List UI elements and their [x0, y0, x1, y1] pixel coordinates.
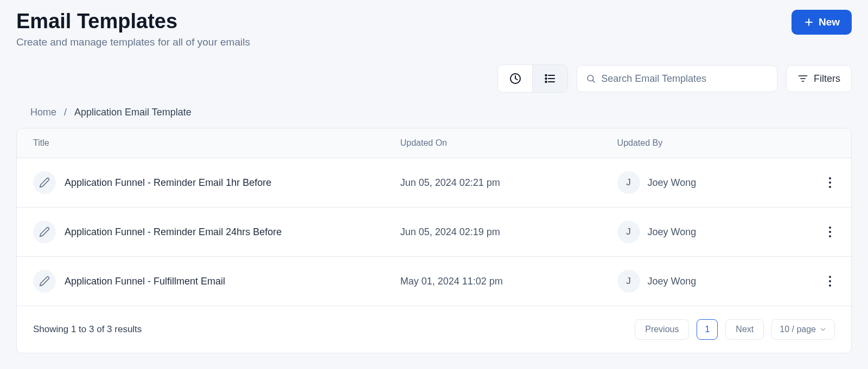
template-title: Application Funnel - Reminder Email 24hr… [65, 226, 282, 238]
template-title: Application Funnel - Fulfillment Email [65, 276, 225, 287]
pencil-icon [33, 221, 56, 243]
svg-point-15 [829, 182, 831, 184]
svg-point-18 [829, 231, 831, 233]
page-title: Email Templates [16, 10, 250, 33]
svg-point-14 [829, 177, 831, 179]
table-row[interactable]: Application Funnel - Fulfillment EmailMa… [17, 257, 851, 306]
toolbar: Filters [16, 64, 852, 93]
page-number[interactable]: 1 [697, 319, 718, 340]
svg-point-19 [829, 235, 831, 237]
chevron-down-icon [819, 326, 827, 333]
page-subtitle: Create and manage templates for all of y… [16, 36, 250, 48]
next-button[interactable]: Next [725, 319, 764, 340]
templates-table: Title Updated On Updated By Application … [16, 128, 852, 353]
svg-point-7 [545, 78, 546, 79]
updated-by-name: Joey Wong [648, 226, 697, 238]
svg-line-10 [593, 80, 595, 82]
svg-point-20 [829, 276, 831, 278]
new-button-label: New [819, 16, 840, 28]
avatar: J [617, 221, 640, 243]
table-footer: Showing 1 to 3 of 3 results Previous 1 N… [17, 306, 851, 353]
svg-point-16 [829, 186, 831, 188]
row-actions-button[interactable] [825, 173, 835, 192]
breadcrumb-separator: / [64, 107, 67, 118]
previous-button[interactable]: Previous [635, 319, 689, 340]
avatar: J [617, 171, 640, 194]
list-icon [544, 72, 557, 85]
updated-on: May 01, 2024 11:02 pm [400, 276, 503, 287]
clock-icon [509, 72, 522, 85]
svg-point-22 [829, 284, 831, 287]
view-recent-button[interactable] [498, 65, 533, 92]
search-box[interactable] [577, 65, 777, 92]
updated-on: Jun 05, 2024 02:21 pm [400, 177, 500, 188]
svg-point-6 [545, 75, 546, 76]
svg-point-8 [545, 81, 546, 82]
filter-icon [797, 73, 808, 84]
table-row[interactable]: Application Funnel - Reminder Email 1hr … [17, 158, 851, 208]
row-actions-button[interactable] [825, 223, 835, 241]
row-actions-button[interactable] [825, 272, 835, 290]
new-button[interactable]: New [792, 10, 852, 35]
pagination: Previous 1 Next 10 / page [635, 319, 835, 340]
avatar: J [617, 270, 640, 293]
updated-by-name: Joey Wong [648, 177, 697, 189]
search-input[interactable] [601, 73, 768, 85]
results-summary: Showing 1 to 3 of 3 results [33, 324, 142, 335]
column-actions [808, 128, 851, 158]
per-page-select[interactable]: 10 / page [771, 319, 835, 340]
svg-point-17 [829, 226, 831, 229]
page-header: Email Templates Create and manage templa… [16, 10, 852, 48]
plus-icon [803, 17, 814, 28]
breadcrumb: Home / Application Email Template [16, 107, 852, 118]
view-toggle [497, 64, 568, 93]
column-updated-on: Updated On [384, 128, 601, 158]
template-title: Application Funnel - Reminder Email 1hr … [65, 177, 271, 189]
updated-on: Jun 05, 2024 02:19 pm [400, 226, 500, 237]
table-row[interactable]: Application Funnel - Reminder Email 24hr… [17, 208, 851, 257]
pencil-icon [33, 171, 56, 194]
breadcrumb-current: Application Email Template [74, 107, 192, 118]
search-icon [586, 73, 596, 84]
updated-by-name: Joey Wong [648, 276, 697, 287]
filters-button[interactable]: Filters [786, 65, 852, 92]
view-list-button[interactable] [533, 65, 567, 92]
column-title: Title [17, 128, 384, 158]
svg-point-21 [829, 280, 831, 282]
filters-label: Filters [814, 73, 840, 85]
column-updated-by: Updated By [601, 128, 808, 158]
pencil-icon [33, 270, 56, 293]
breadcrumb-home[interactable]: Home [30, 107, 56, 118]
per-page-label: 10 / page [780, 325, 816, 334]
